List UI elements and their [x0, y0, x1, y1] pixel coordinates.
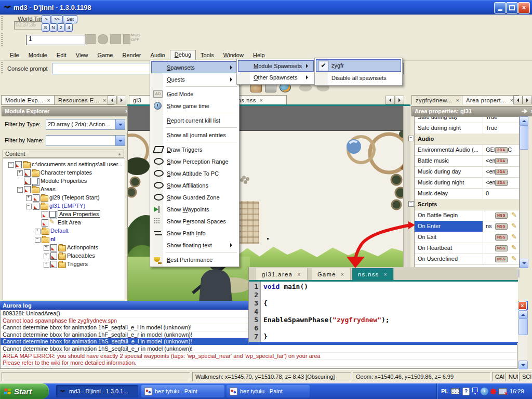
section-collapse-icon[interactable]: [408, 201, 414, 207]
nss-badge[interactable]: NSS: [495, 234, 508, 241]
keyboard-icon[interactable]: [451, 388, 460, 394]
close-tab-icon[interactable]: [384, 271, 388, 277]
property-row[interactable]: On Battle BeginNSS: [415, 210, 519, 221]
close-tab-icon[interactable]: [456, 97, 459, 103]
log-line[interactable]: Cannot determine bbox for animation 1hS_…: [1, 345, 517, 353]
hidden-icons-toggle[interactable]: ▼: [472, 388, 478, 395]
counter-field[interactable]: 1: [26, 35, 87, 45]
property-row[interactable]: Battle music<empty>2DA: [415, 155, 519, 167]
section-collapse-icon[interactable]: [408, 136, 414, 141]
menu-item-quests[interactable]: Quests: [151, 73, 238, 85]
edit-script-icon[interactable]: [511, 222, 517, 230]
menu-item-god-mode[interactable]: ADGod Mode: [151, 88, 238, 100]
close-tab-icon[interactable]: [260, 97, 263, 103]
menu-item-personal-spaces[interactable]: Show Personal Spaces: [151, 215, 238, 227]
viewport-tab-scroll-right-icon[interactable]: [395, 96, 404, 104]
time-set-button[interactable]: Set: [63, 15, 77, 23]
menu-item-floating-text[interactable]: Show floating text: [151, 239, 238, 251]
tab-module-explorer[interactable]: Module Exp...: [1, 95, 61, 105]
time-2-button[interactable]: 2: [57, 23, 65, 32]
2da-badge[interactable]: 2DA: [495, 169, 508, 175]
menu-render[interactable]: Render: [117, 50, 145, 60]
expand-icon[interactable]: [35, 229, 41, 234]
expand-icon[interactable]: [26, 195, 32, 201]
time-n-button[interactable]: N: [49, 23, 57, 32]
tree-item[interactable]: Triggers: [3, 260, 125, 269]
tab-scroll-left-icon[interactable]: [513, 96, 523, 104]
edit-script-icon[interactable]: [511, 211, 517, 219]
collapse-icon[interactable]: [8, 162, 14, 168]
title-bar[interactable]: md3 - D'jinni - 1.3.0.1198 ×: [0, 0, 532, 15]
log-line[interactable]: Please refer to the wiki for more detail…: [1, 360, 517, 367]
nss-badge[interactable]: NSS: [495, 256, 508, 262]
taskbar-item-djinni[interactable]: md3 - D'jinni - 1.3.0.1...: [56, 385, 138, 397]
tree-item[interactable]: Placeables: [3, 252, 125, 260]
close-tab-icon[interactable]: [297, 271, 301, 277]
time-4-button[interactable]: 4: [65, 23, 73, 32]
scroll-down-icon[interactable]: [518, 361, 528, 369]
dropdown-arrow-icon[interactable]: [115, 136, 125, 145]
expand-icon[interactable]: [44, 254, 49, 259]
close-tab-icon[interactable]: [47, 97, 50, 103]
editor-tab-gl31area[interactable]: gl31.area: [256, 268, 308, 280]
property-row[interactable]: On UserdefinedNSS: [415, 254, 519, 265]
property-row[interactable]: On ExitNSS: [415, 232, 519, 243]
start-button[interactable]: Start: [0, 383, 49, 399]
expand-icon[interactable]: [17, 170, 23, 176]
nss-badge[interactable]: NSS: [495, 212, 508, 219]
property-row[interactable]: Environmental Audio (...GENERIC2DA: [415, 144, 519, 156]
tab-scroll-right-icon[interactable]: [117, 96, 126, 104]
maximize-button[interactable]: [506, 2, 518, 14]
menu-debug[interactable]: Debug: [170, 50, 196, 60]
property-section-scripts[interactable]: Scripts: [415, 199, 519, 210]
collapse-tray-icon[interactable]: ‹: [481, 388, 488, 395]
close-tab-icon[interactable]: [341, 271, 344, 277]
tree-item[interactable]: c:\documents and settings\all user...: [3, 161, 125, 169]
menu-item-journal-entries[interactable]: Show all journal entries: [151, 129, 238, 141]
menu-item-draw-triggers[interactable]: Draw Triggers: [151, 143, 238, 155]
menu-item-best-performance[interactable]: Best Performance: [151, 254, 238, 265]
menu-item-report-kill-list[interactable]: Report current kill list: [151, 114, 238, 126]
scroll-up-icon[interactable]: [520, 116, 528, 126]
menu-tools[interactable]: Tools: [196, 50, 219, 60]
tree-item[interactable]: gl31 (EMPTY): [3, 202, 125, 210]
time-step-button[interactable]: >: [42, 15, 51, 23]
close-tab-icon[interactable]: [103, 97, 106, 103]
menu-item-perception-range[interactable]: Show Perception Range: [151, 155, 238, 167]
property-row-on-enter[interactable]: On EnternsNSS: [415, 221, 519, 232]
menu-item-other-spawnsets[interactable]: Other Spawnsets: [238, 72, 314, 83]
toolbar-grip[interactable]: [1, 62, 3, 74]
menu-item-waypoints[interactable]: Show Waypoints: [151, 203, 238, 215]
property-row[interactable]: Music delay0: [415, 188, 519, 200]
viewport-tab-scroll-left-icon[interactable]: [385, 96, 395, 104]
menu-view[interactable]: View: [71, 50, 93, 60]
property-row[interactable]: Safe during nightTrue: [415, 123, 519, 134]
filter-type-dropdown[interactable]: 2D array (.2da); Action...: [46, 119, 125, 130]
tree-item[interactable]: Default: [3, 227, 125, 235]
content-column-header[interactable]: Content▲: [3, 150, 124, 158]
menu-file[interactable]: File: [5, 50, 24, 60]
dropdown-arrow-icon[interactable]: [115, 119, 125, 129]
property-row[interactable]: On HeartbeatNSS: [415, 243, 519, 254]
code-area[interactable]: 1void main() 2 3{ 4 5EnableSpawnPhase("z…: [249, 282, 518, 342]
expand-icon[interactable]: [44, 262, 49, 268]
log-line[interactable]: AREA MAP ERROR: you should have exactly …: [1, 353, 517, 360]
toolbar-grip[interactable]: [1, 16, 3, 30]
pin-icon[interactable]: [521, 108, 528, 114]
2da-badge[interactable]: 2DA: [495, 158, 508, 164]
tab-zygfrydnew[interactable]: zygfrydnew...: [411, 95, 469, 105]
help-tray-icon[interactable]: ?: [462, 388, 470, 395]
scroll-up-icon[interactable]: [518, 310, 528, 319]
menu-item-show-game-time[interactable]: Show game time: [151, 100, 238, 112]
tray-app-icon[interactable]: [490, 388, 497, 395]
tree-item-area-properties[interactable]: Area Properties: [3, 210, 125, 219]
tab-scroll-left-icon[interactable]: [108, 96, 117, 104]
menu-item-affiliations[interactable]: Show Affiliations: [151, 179, 238, 191]
log-line[interactable]: retrack quest called: [1, 367, 517, 369]
tree-item[interactable]: Areas: [3, 185, 125, 194]
menu-edit[interactable]: Edit: [52, 50, 71, 60]
collapse-icon[interactable]: [26, 204, 32, 209]
editor-tab-nsnss[interactable]: ns.nss: [352, 268, 394, 280]
viewport-tab-nsnss[interactable]: ns.nss: [234, 95, 287, 105]
tree-item[interactable]: nl: [3, 235, 125, 244]
